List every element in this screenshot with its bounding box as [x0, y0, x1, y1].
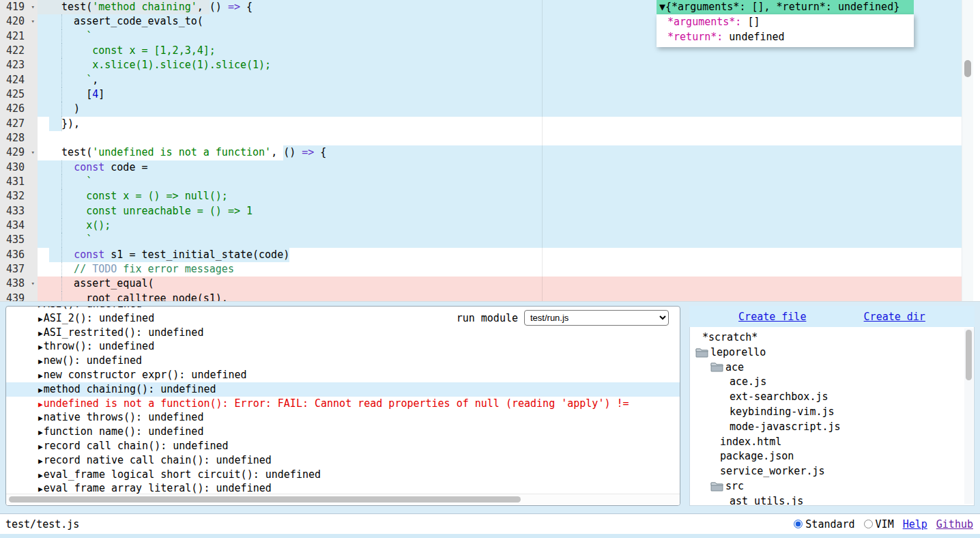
code-line[interactable]: const x = () => null();	[38, 189, 962, 203]
gutter-line-number: 439	[0, 292, 38, 302]
tree-item-ace[interactable]: ace	[690, 360, 964, 376]
inspector-property-row[interactable]: *return*: undefined	[661, 30, 907, 44]
run-module-select[interactable]: test/run.js	[524, 310, 669, 326]
expand-arrow-icon[interactable]: ▶	[38, 386, 43, 395]
create-dir-link[interactable]: Create dir	[864, 311, 925, 323]
test-result-label: record call chain(): undefined	[44, 440, 229, 452]
expand-arrow-icon[interactable]: ▶	[38, 400, 43, 409]
tree-item-leporello[interactable]: leporello	[690, 345, 964, 360]
code-line-text: const code =	[38, 160, 962, 175]
file-tree-scrollbar[interactable]	[964, 328, 973, 504]
tree-item-mode-javascript-js[interactable]: mode-javascript.js	[690, 420, 964, 435]
expand-arrow-icon[interactable]: ▶	[38, 357, 43, 366]
code-line-text: const unreachable = () => 1	[38, 204, 962, 218]
test-results-list[interactable]: ▶ASI(): undefined▶ASI_2(): undefined▶ASI…	[6, 306, 680, 496]
expand-arrow-icon[interactable]: ▶	[38, 343, 43, 352]
github-link[interactable]: Github	[936, 518, 973, 530]
code-line[interactable]: `	[38, 175, 962, 189]
gutter-line-number[interactable]: 419▾	[0, 0, 38, 14]
tree-item-keybinding-vim-js[interactable]: keybinding-vim.js	[690, 405, 964, 420]
code-editor[interactable]: 419▾420▾421422423424425426427428429▾4304…	[0, 0, 980, 302]
test-result-item[interactable]: ▶native throws(): undefined	[6, 410, 680, 425]
folder-icon	[710, 482, 723, 492]
test-result-item[interactable]: ▶throw(): undefined	[6, 339, 680, 354]
test-result-label: new constructor expr(): undefined	[44, 369, 247, 381]
code-line[interactable]: x();	[38, 218, 962, 233]
expand-arrow-icon[interactable]: ▶	[38, 371, 43, 380]
expand-arrow-icon[interactable]: ▶	[38, 306, 43, 309]
file-tree-scrollbar-thumb[interactable]	[966, 330, 972, 380]
code-line[interactable]: const s1 = test_initial_state(code)	[38, 248, 962, 262]
tree-item--scratch-[interactable]: *scratch*	[690, 330, 964, 345]
test-result-item[interactable]: ▶undefined is not a function(): Error: F…	[6, 397, 680, 411]
expand-arrow-icon[interactable]: ▶	[38, 485, 43, 494]
tree-item-service-worker-js[interactable]: service_worker.js	[690, 464, 964, 479]
code-line[interactable]: const code =	[38, 160, 962, 175]
inspector-collapsed-summary[interactable]: ▼{*arguments*: [], *return*: undefined}	[657, 0, 914, 14]
test-result-item[interactable]: ▶new(): undefined	[6, 354, 680, 368]
code-line[interactable]: }),	[38, 117, 962, 131]
tree-item-package-json[interactable]: package.json	[690, 449, 964, 464]
code-line[interactable]	[38, 131, 962, 145]
gutter-line-number[interactable]: 429▾	[0, 145, 38, 160]
test-result-item[interactable]: ▶new constructor expr(): undefined	[6, 368, 680, 382]
expand-arrow-icon[interactable]: ▶	[38, 442, 43, 451]
tree-item-index-html[interactable]: index.html	[690, 435, 964, 450]
test-result-label: eval_frame array_literal(): undefined	[44, 482, 272, 494]
tree-item-src[interactable]: src	[690, 479, 964, 494]
code-line[interactable]: assert_equal(	[38, 277, 962, 291]
expand-arrow-icon[interactable]: ▶	[38, 329, 43, 338]
expand-arrow-icon[interactable]: ▶	[38, 457, 43, 466]
property-value: []	[741, 16, 760, 28]
file-tree[interactable]: *scratch*leporelloaceace.jsext-searchbox…	[690, 330, 964, 506]
fold-arrow-icon[interactable]: ▾	[31, 14, 35, 29]
help-link[interactable]: Help	[903, 518, 927, 530]
test-result-label: undefined is not a function(): Error: FA…	[44, 397, 629, 410]
folder-icon	[710, 363, 723, 372]
file-tree-body[interactable]: *scratch*leporelloaceace.jsext-searchbox…	[689, 327, 975, 506]
test-result-item[interactable]: ▶eval_frame logical short circuit(): und…	[6, 468, 680, 482]
create-file-link[interactable]: Create file	[738, 311, 806, 323]
code-line[interactable]: root_calltree_node(s1),	[38, 292, 962, 302]
keybinding-vim-option[interactable]: VIM	[864, 518, 894, 530]
test-result-label: eval_frame logical short circuit(): unde…	[44, 468, 321, 481]
gutter-line-number[interactable]: 438▾	[0, 277, 38, 291]
test-results-panel[interactable]: ▶ASI(): undefined▶ASI_2(): undefined▶ASI…	[5, 306, 680, 506]
editor-scrollbar-thumb[interactable]	[964, 60, 971, 77]
output-horizontal-scrollbar[interactable]	[6, 494, 680, 505]
gutter-line-number[interactable]: 420▾	[0, 14, 38, 29]
tree-item-ace-js[interactable]: ace.js	[690, 375, 964, 390]
tree-item-ast-utils-js[interactable]: ast_utils.js	[690, 494, 964, 506]
fold-arrow-icon[interactable]: ▾	[31, 145, 35, 160]
code-line[interactable]: // TODO fix error messages	[38, 262, 962, 277]
expand-arrow-icon[interactable]: ▶	[38, 414, 43, 423]
code-line[interactable]: test('undefined is not a function', () =…	[38, 145, 962, 160]
code-line[interactable]: `	[38, 233, 962, 247]
inspector-property-row[interactable]: *arguments*: []	[661, 15, 907, 29]
code-line[interactable]: x.slice(1).slice(1).slice(1);	[38, 58, 962, 72]
test-result-item[interactable]: ▶record call chain(): undefined	[6, 439, 680, 453]
expand-arrow-icon[interactable]: ▶	[38, 471, 43, 480]
expand-arrow-icon[interactable]: ▶	[38, 428, 43, 437]
code-line-text: `	[38, 233, 962, 247]
gutter-line-number: 433	[0, 204, 38, 218]
radio-standard[interactable]	[794, 520, 803, 528]
test-result-item[interactable]: ▶function name(): undefined	[6, 425, 680, 439]
code-line[interactable]: [4]	[38, 87, 962, 102]
test-result-item[interactable]: ▶method chaining(): undefined	[6, 382, 680, 397]
radio-vim[interactable]	[864, 520, 873, 528]
fold-arrow-icon[interactable]: ▾	[31, 0, 35, 14]
expand-arrow-icon[interactable]: ▶	[38, 315, 43, 324]
test-result-item[interactable]: ▶record native call chain(): undefined	[6, 453, 680, 468]
test-result-item[interactable]: ▶ASI_restrited(): undefined	[6, 326, 680, 340]
keybinding-standard-option[interactable]: Standard	[794, 518, 854, 530]
fold-arrow-icon[interactable]: ▾	[31, 277, 35, 291]
code-line[interactable]: )	[38, 102, 962, 116]
code-line[interactable]: const unreachable = () => 1	[38, 204, 962, 218]
editor-vertical-scrollbar[interactable]	[962, 0, 973, 301]
print-margin-line	[542, 0, 543, 301]
tree-item-ext-searchbox-js[interactable]: ext-searchbox.js	[690, 390, 964, 405]
test-result-label: throw(): undefined	[44, 340, 155, 352]
code-line[interactable]: `,	[38, 73, 962, 87]
output-scrollbar-thumb[interactable]	[9, 496, 521, 502]
